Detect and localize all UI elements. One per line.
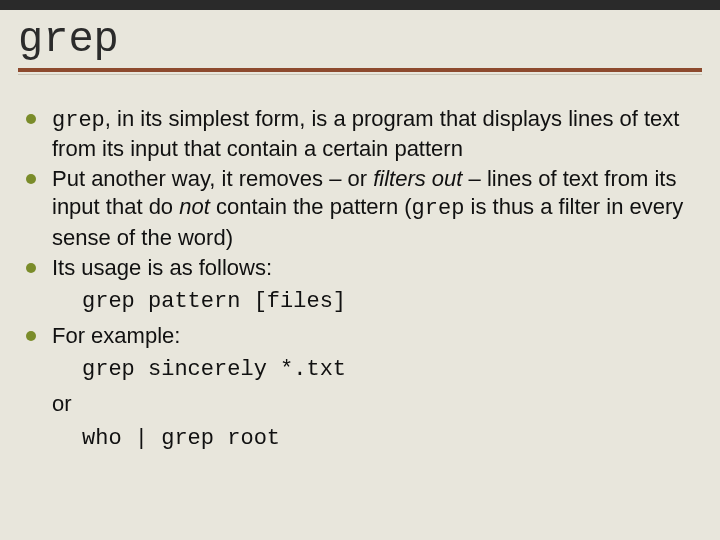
text-span: Put another way, it removes – or bbox=[52, 166, 373, 191]
code-line: grep sincerely *.txt bbox=[82, 356, 700, 384]
code-line: who | grep root bbox=[82, 425, 700, 453]
text-span: contain the pattern ( bbox=[210, 194, 412, 219]
bullet-icon bbox=[26, 114, 36, 124]
inline-code: grep bbox=[52, 108, 105, 133]
title-area: grep bbox=[0, 10, 720, 68]
accent-underline bbox=[18, 68, 702, 72]
bullet-item: Put another way, it removes – or filters… bbox=[20, 165, 700, 251]
bullet-text: Its usage is as follows: bbox=[52, 254, 700, 282]
inline-code: grep bbox=[412, 196, 465, 221]
bullet-icon bbox=[26, 174, 36, 184]
slide-title: grep bbox=[18, 16, 702, 64]
italic-text: filters out bbox=[373, 166, 462, 191]
or-text: or bbox=[52, 390, 700, 418]
bullet-item: Its usage is as follows: bbox=[20, 254, 700, 282]
bullet-icon bbox=[26, 263, 36, 273]
bullet-item: For example: bbox=[20, 322, 700, 350]
top-accent-bar bbox=[0, 0, 720, 10]
text-span: , in its simplest form, is a program tha… bbox=[52, 106, 679, 161]
bullet-text: grep, in its simplest form, is a program… bbox=[52, 105, 700, 163]
italic-text: not bbox=[179, 194, 210, 219]
bullet-icon bbox=[26, 331, 36, 341]
bullet-text: For example: bbox=[52, 322, 700, 350]
slide-content: grep, in its simplest form, is a program… bbox=[0, 75, 720, 453]
bullet-text: Put another way, it removes – or filters… bbox=[52, 165, 700, 251]
bullet-item: grep, in its simplest form, is a program… bbox=[20, 105, 700, 163]
code-line: grep pattern [files] bbox=[82, 288, 700, 316]
